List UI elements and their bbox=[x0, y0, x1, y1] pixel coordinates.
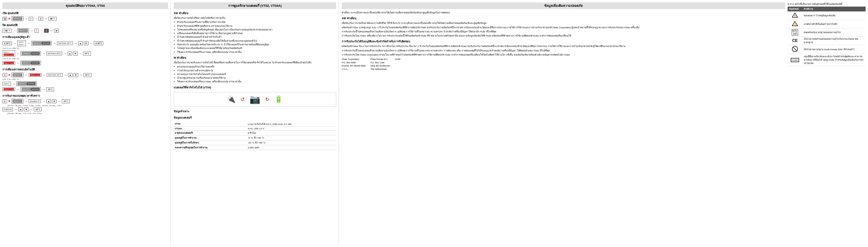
alarm-hi-box: Alarm↑ Alarm↓ bbox=[17, 40, 26, 46]
spec-row-depth: ระยะความลึกสูงสุดในการทำงาน: 2,000 เมตร bbox=[174, 145, 336, 150]
symbol-row-4: CE เป็นไปตามข้อกำหนดของสหภาพยุโรปในโปรแก… bbox=[787, 36, 866, 45]
w-item-5: ใช้เฉพาะชาร์จแบตเตอรี่ของ Fluke เครื่องม… bbox=[177, 80, 336, 83]
auto-x: ✕ bbox=[8, 73, 10, 77]
auto-down[interactable]: ▼ bbox=[73, 73, 78, 77]
snap-down[interactable]: ▼ bbox=[52, 99, 57, 103]
left-column: คุณสมบัติของ VT04A, VT04 เปิด คุณสมบัติ … bbox=[2, 2, 168, 245]
auto-select-2[interactable]: SELECT ENTER bbox=[16, 81, 37, 86]
spec-value-store-temp: -20 °C ถึง +60 °C bbox=[247, 140, 336, 145]
footer: Fluke Corporation P.O. Box 9090 Everett,… bbox=[342, 58, 785, 71]
snap-down-2[interactable]: ▼ bbox=[24, 107, 29, 111]
thermo-disabled: 🌡 bbox=[55, 29, 58, 32]
snap-arrow-2: → bbox=[42, 99, 45, 103]
auto-row-range: (-10 °C to +250 °C) bbox=[2, 78, 168, 81]
charger-title: แบตเตอรีที่ชาร์จไฟไม่ได้ (VT04) bbox=[174, 85, 336, 90]
symbol-row-3: NTC100 สอดคล้องกับมาตรฐานของสหภาพยุโรป bbox=[787, 29, 866, 36]
lightning-triangle-icon: ⚡ bbox=[792, 21, 798, 28]
alarm-arrow-9: → bbox=[79, 52, 82, 56]
charger-arrow-2: ↻ bbox=[265, 96, 270, 102]
auto-row-2: Alarm↑ → SELECT ENTER bbox=[2, 81, 168, 86]
specs-title: ข้อมูลจำเพาะ bbox=[174, 109, 336, 114]
auto-thermo: 🌡 bbox=[2, 73, 7, 77]
arrow-4: → bbox=[13, 29, 16, 33]
alarm-select-3-lbl: SELECT bbox=[22, 61, 31, 65]
footer-date: 11/99 bbox=[395, 58, 401, 71]
symbol-desc-5: เป็นไปตามมาตรฐาน South Korean EMC ที่กำห… bbox=[802, 45, 866, 54]
alarm-up-btn[interactable]: ▲ bbox=[78, 41, 83, 45]
alarm-select-1[interactable]: SELECT ENTER bbox=[31, 41, 52, 45]
svg-text:⚡: ⚡ bbox=[793, 22, 797, 26]
alarm-arrow-1: → bbox=[13, 41, 16, 45]
alarm-enter-3-lbl: ENTER bbox=[31, 61, 40, 65]
right-title: ข้อมูลเพิ่มเติมความปลอดภัย bbox=[342, 2, 785, 9]
auto-enter-3-lbl: ENTER bbox=[31, 88, 40, 91]
auto-row-1: 🌡 ✕ SELECT → Alarm Low → Set Point: 81°C… bbox=[2, 72, 168, 77]
spec-label-op-temp: อุณหภูมิในการทำงาน: bbox=[174, 135, 247, 140]
alarm-arrow-7: → bbox=[42, 52, 45, 56]
snap-temp-2: 38°C bbox=[34, 107, 42, 111]
auto-select-3[interactable]: SELECT ENTER bbox=[21, 87, 41, 92]
charger-diagram: 🔌 ↺ 📷 ↻ 🔋 bbox=[174, 92, 336, 107]
alarm-lo-only-box: Alarm Low bbox=[2, 61, 15, 65]
auto-up[interactable]: ▲ bbox=[68, 73, 72, 77]
snap-row-2: 5 Min/1hr → ▲ ▼ → 38°C bbox=[2, 107, 168, 111]
alarm-thermo-2: 🌡 38°C bbox=[94, 41, 103, 45]
xw-item-9: ใช้เฉพาะชาร์จแบตเตอรี่ของ Fluke เครื่องม… bbox=[177, 51, 336, 54]
auto-alarm-lo-2-lbl: Alarm Low bbox=[4, 88, 14, 90]
xw-item-6: น้ำไม่ควรสัมผัสแบตเตอรี่ ห้ามกำจัดของเสี… bbox=[177, 39, 336, 42]
off-temp-slash: / 38 bbox=[4, 29, 7, 32]
spec-label-age: อายุของแบตเตอรี: bbox=[174, 130, 247, 135]
on-power-off: ⏻ bbox=[2, 17, 7, 21]
alarm-down-btn-2[interactable]: ▼ bbox=[73, 52, 78, 56]
alarm-hi-label: Alarm↑ bbox=[19, 41, 25, 43]
right-para-1: ผลิตภัณฑ์ Fluke มาตรฐานสูง ระยะ 2 ปี ประ… bbox=[342, 26, 785, 29]
arrow-2: → bbox=[34, 17, 37, 21]
snap-up-2[interactable]: ▲ bbox=[18, 107, 23, 111]
alarm-select-3[interactable]: SELECT ENTER bbox=[21, 61, 41, 65]
symbol-desc-2: แรงดันไฟฟ้าที่เป็นอันตรายจากไฟฟ้า bbox=[802, 20, 866, 29]
xw-item-4: เปลี่ยนแบตเตอรี่เมื่อสิ้นสุดอายุการใช้งา… bbox=[177, 32, 336, 35]
symbol-icon-3: NTC100 bbox=[787, 29, 802, 36]
alarm-select-2[interactable]: SELECT ENTER bbox=[21, 51, 41, 56]
w-intro: เพื่อป้องกันการบาดเจ็บและการเกิดไฟฟ้าช็อ… bbox=[174, 61, 336, 64]
left-title: คุณสมบัติของ VT04A, VT04 bbox=[2, 2, 168, 9]
auto-alarm-hi: Alarm↑ bbox=[2, 82, 11, 86]
auto-enter-2-lbl: ENTER bbox=[27, 82, 36, 85]
check-icon: ✓ bbox=[30, 18, 32, 20]
ce-icon: CE bbox=[792, 38, 798, 43]
temp-38a: 38°C bbox=[6, 42, 11, 44]
alarm-row-3: Alarm Low → SELECT ENTER bbox=[2, 61, 168, 65]
w-title: W คำเตือน bbox=[174, 56, 336, 60]
alarm-lo-active-box: Alarm↑ Alarm Low bbox=[2, 51, 15, 57]
arrow-3: → bbox=[44, 17, 48, 21]
off-select-btn[interactable]: SELECT bbox=[17, 28, 29, 33]
snap-select[interactable]: SELECT bbox=[11, 99, 23, 103]
auto-range: (-10 °C to +250 °C) bbox=[2, 78, 19, 81]
symbol-desc-6: กลุ่มนี้ซึ่งอาจเกี่ยวข้องและมีประโยชน์สำ… bbox=[802, 54, 866, 66]
disposal-para-3: การรับประกันโดย Fluke Corporation ตามนโย… bbox=[342, 53, 785, 56]
alarm-arrow-10: → bbox=[16, 61, 20, 65]
alarm-lo-only: Alarm Low bbox=[4, 62, 14, 64]
right-table: ตาราง ต่อไปนี้เป็นรายการสัญลักษณ์ที่ใช้ใ… bbox=[787, 2, 866, 245]
symbol-icon-2: ⚡ bbox=[787, 20, 802, 29]
alarm-up-btn-2[interactable]: ▲ bbox=[67, 52, 72, 56]
auto-select-lbl: SELECT bbox=[13, 73, 22, 76]
symbol-icon-6: Li-Ion bbox=[787, 54, 802, 66]
symbol-desc-1: ขอบคุณมาก โปรดดูข้อมูลเพิ่มเติม bbox=[802, 11, 866, 20]
spec-label-store-temp: อุณหภูมิในการเก็บรักษา: bbox=[174, 140, 247, 145]
section-alarm-hi-lo: การเตือนอุณหภูมิสูง-ต่ำ 🌡 38°C → Alarm↑ … bbox=[2, 35, 168, 65]
check-icon-2: ✓ bbox=[36, 29, 37, 32]
xw-item-7: ข้อควรระวัง อุณหภูมิแวดล้อมไม่ควรเกิน 50… bbox=[177, 43, 336, 46]
disposal-title: การรับประกันได้รับอนุมัติและข้อจำกัดสำหร… bbox=[342, 39, 785, 43]
section-off-title: ปิด คุณสมบัติ bbox=[2, 23, 168, 27]
auto-alarm-low: Alarm Low bbox=[29, 73, 41, 77]
on-select-btn[interactable]: SELECT bbox=[11, 16, 23, 21]
alarm-down-btn[interactable]: ▼ bbox=[84, 41, 88, 45]
w-item-4: น้ำควรดูแลรักษาความเรียบร้อยสะอาดหลังใช้… bbox=[177, 76, 336, 80]
setpoint-label: Set Point: bbox=[58, 42, 67, 44]
liion-label: Li-Ion bbox=[792, 59, 798, 61]
auto-select[interactable]: SELECT bbox=[11, 72, 23, 77]
charger-plug-icon: 🔌 bbox=[227, 95, 236, 103]
snap-up[interactable]: ▲ bbox=[46, 99, 51, 103]
symbol-desc-4: เป็นไปตามข้อกำหนดของสหภาพยุโรปในโปรแกรมส… bbox=[802, 36, 866, 45]
